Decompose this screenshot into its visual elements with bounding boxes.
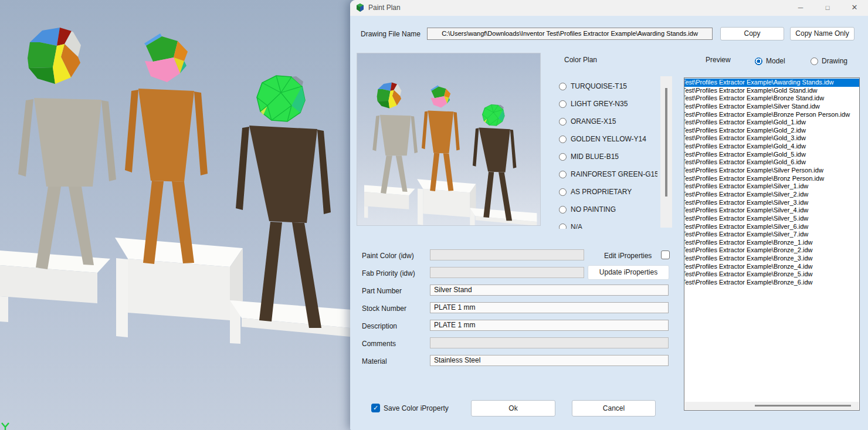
color-plan-radio-icon[interactable] [559,136,567,143]
drawing-list-item[interactable]: Test\Profiles Extractor Example\Bronze_1… [684,239,859,247]
color-plan-option[interactable]: NO PAINTING [559,201,657,218]
drawing-list-item[interactable]: Test\Profiles Extractor Example\Bronze_3… [684,255,859,263]
color-plan-option[interactable]: N/A [559,218,657,229]
material-field[interactable]: Stainless Steel [430,355,669,366]
silver-figure-head [28,28,81,84]
drawing-list-item[interactable]: Test\Profiles Extractor Example\Gold_6.i… [684,158,859,167]
stock-number-field[interactable]: PLATE 1 mm [430,302,669,313]
drawing-list-item[interactable]: Test\Profiles Extractor Example\Silver_7… [684,231,859,239]
color-plan-option-label: RAINFOREST GREEN-G15 [571,170,657,178]
drawing-list-item[interactable]: Test\Profiles Extractor Example\Gold_5.i… [684,151,859,159]
drawing-list-item[interactable]: Test\Profiles Extractor Example\Bronze_4… [684,263,859,271]
screenshot-root: Paint Plan ─ □ ✕ Drawing File Name C:\Us… [0,0,868,430]
copy-button[interactable]: Copy [720,27,784,40]
color-plan-option[interactable]: ORANGE-X15 [559,113,657,130]
update-iproperties-button[interactable]: Update iProperties [588,265,669,280]
stock-number-label: Stock Number [362,304,406,313]
edit-iproperties-label: Edit iProperties [604,252,652,260]
drawing-list-item[interactable]: Test\Profiles Extractor Example\Awarding… [684,79,859,87]
cancel-button[interactable]: Cancel [572,400,656,417]
color-plan-radio-icon[interactable] [559,118,567,126]
drawing-list-item[interactable]: Test\Profiles Extractor Example\Bronz Pe… [684,175,859,183]
paint-color-field[interactable] [430,249,584,260]
save-color-label: Save Color iProperty [384,404,449,412]
color-plan-option-label: TURQUOISE-T15 [571,82,627,90]
gold-figure-head [144,33,188,82]
color-plan-option[interactable]: MID BLUE-B15 [559,148,657,165]
drawing-list-item[interactable]: Test\Profiles Extractor Example\Bronze S… [684,94,859,103]
drawing-list-item[interactable]: Test\Profiles Extractor Example\Gold_2.i… [684,127,859,135]
paint-plan-dialog: Paint Plan ─ □ ✕ Drawing File Name C:\Us… [350,0,868,430]
model-radio-icon[interactable] [755,57,762,65]
color-plan-scrollbar[interactable] [660,76,672,228]
color-plan-option-label: NO PAINTING [571,205,616,214]
drawing-radio-icon[interactable] [811,57,818,65]
drawing-list-hscrollbar-thumb[interactable] [755,405,851,407]
copy-name-only-button[interactable]: Copy Name Only [790,27,855,40]
color-plan-label: Color Plan [564,56,597,64]
color-plan-radio-icon[interactable] [559,224,567,229]
fab-priority-field[interactable] [430,267,584,278]
model-radio-label: Model [766,57,785,65]
color-plan-option-label: ORANGE-X15 [571,117,616,126]
drawing-list-item[interactable]: Test\Profiles Extractor Example\Bronze P… [684,111,859,119]
comments-label: Comments [362,340,396,348]
drawing-list-item[interactable]: Test\Profiles Extractor Example\Bronze_6… [684,279,859,287]
color-plan-radio-icon[interactable] [559,100,567,108]
color-plan-scrollbar-thumb[interactable] [665,88,667,197]
color-plan-option[interactable]: AS PROPRIETARY [559,183,657,201]
color-plan-option-label: AS PROPRIETARY [571,188,632,196]
description-field[interactable]: PLATE 1 mm [430,320,669,331]
drawing-list-item[interactable]: Test\Profiles Extractor Example\Bronze_2… [684,246,859,255]
drawing-list-item[interactable]: Test\Profiles Extractor Example\Silver P… [684,167,859,175]
paint-color-label: Paint Color (idw) [362,252,414,260]
part-number-label: Part Number [362,287,402,295]
part-number-field[interactable]: Silver Stand [430,285,669,296]
color-plan-radio-icon[interactable] [559,83,567,90]
preview-radio-drawing[interactable]: Drawing [811,57,847,65]
save-color-checkbox[interactable] [371,404,380,412]
drawing-radio-label: Drawing [822,57,847,65]
ok-button[interactable]: Ok [471,400,555,417]
minimize-button[interactable]: ─ [791,0,811,15]
color-plan-option-label: LIGHT GREY-N35 [571,100,628,108]
drawing-list-hscrollbar[interactable] [685,402,859,409]
preview-label: Preview [706,56,731,64]
maximize-button[interactable]: □ [818,0,838,15]
close-button[interactable]: ✕ [845,0,864,15]
color-plan-option[interactable]: TURQUOISE-T15 [559,77,657,95]
color-plan-option[interactable]: RAINFOREST GREEN-G15 [559,165,657,183]
drawing-list-item[interactable]: Test\Profiles Extractor Example\Bronze_5… [684,270,859,279]
drawing-file-name-field[interactable]: C:\Users\wangf\Downloads\Inventor Test\P… [427,28,713,40]
drawing-list-item[interactable]: Test\Profiles Extractor Example\Silver_6… [684,223,859,231]
description-label: Description [362,322,397,330]
drawing-list-item[interactable]: Test\Profiles Extractor Example\Gold Sta… [684,87,859,95]
drawing-list-item[interactable]: Test\Profiles Extractor Example\Silver_3… [684,199,859,207]
drawing-list-item[interactable]: Test\Profiles Extractor Example\Silver_4… [684,206,859,215]
silver-figure [18,28,116,269]
drawing-list[interactable]: Test\Profiles Extractor Example\Awarding… [684,77,860,411]
drawing-list-item[interactable]: Test\Profiles Extractor Example\Silver_5… [684,215,859,223]
color-plan-list: TURQUOISE-T15 LIGHT GREY-N35 ORANGE-X15 … [559,77,657,229]
drawing-list-item[interactable]: Test\Profiles Extractor Example\Gold_4.i… [684,143,859,151]
edit-iproperties-checkbox[interactable] [661,250,670,259]
material-label: Material [362,357,387,365]
drawing-list-item[interactable]: Test\Profiles Extractor Example\Silver S… [684,103,859,111]
comments-field[interactable] [430,337,669,348]
color-plan-radio-icon[interactable] [559,171,567,178]
color-plan-option[interactable]: LIGHT GREY-N35 [559,95,657,113]
color-plan-radio-icon[interactable] [559,206,567,214]
dialog-titlebar[interactable]: Paint Plan ─ □ ✕ [350,0,868,16]
drawing-list-item[interactable]: Test\Profiles Extractor Example\Silver_1… [684,182,859,191]
awarding-stands-3d-scene [0,0,375,430]
drawing-list-item[interactable]: Test\Profiles Extractor Example\Gold_1.i… [684,118,859,127]
drawing-list-item[interactable]: Test\Profiles Extractor Example\Gold_3.i… [684,134,859,143]
color-plan-radio-icon[interactable] [559,188,567,196]
drawing-file-name-label: Drawing File Name [361,30,421,38]
color-plan-radio-icon[interactable] [559,153,567,161]
drawing-list-item[interactable]: Test\Profiles Extractor Example\Silver_2… [684,191,859,199]
color-plan-option[interactable]: GOLDEN YELLOW-Y14 [559,130,657,148]
color-plan-option-label: GOLDEN YELLOW-Y14 [571,135,646,143]
dialog-title: Paint Plan [368,4,401,12]
preview-radio-model[interactable]: Model [755,57,785,65]
